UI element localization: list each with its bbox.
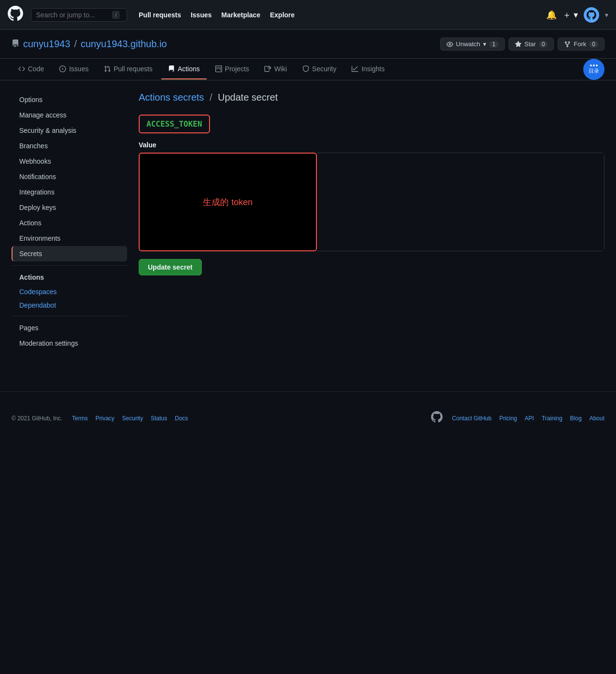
- sidebar-actions-header: Actions: [12, 270, 127, 285]
- footer-copyright: © 2021 GitHub, Inc.: [12, 415, 63, 422]
- fork-label: Fork: [574, 40, 586, 48]
- sidebar-divider-1: [12, 265, 127, 266]
- sidebar-item-options[interactable]: Options: [12, 92, 127, 107]
- footer-link-about[interactable]: About: [590, 415, 604, 422]
- repo-actions: Unwatch ▾ 1 Star 0 Fork 0: [440, 38, 604, 51]
- sidebar-item-moderation[interactable]: Moderation settings: [12, 336, 127, 351]
- star-label: Star: [524, 40, 536, 48]
- toc-button[interactable]: 目录: [583, 59, 604, 80]
- sidebar-item-pages[interactable]: Pages: [12, 320, 127, 336]
- unwatch-button[interactable]: Unwatch ▾ 1: [440, 38, 505, 51]
- breadcrumb-link[interactable]: Actions secrets: [139, 92, 204, 103]
- toc-dots: [590, 65, 598, 66]
- sidebar-item-manage-access[interactable]: Manage access: [12, 107, 127, 123]
- tab-security[interactable]: Security: [296, 59, 343, 79]
- tab-code[interactable]: Code: [12, 59, 51, 79]
- footer-link-status[interactable]: Status: [151, 415, 167, 422]
- star-count: 0: [539, 41, 548, 48]
- footer-link-contact[interactable]: Contact GitHub: [452, 415, 492, 422]
- footer-link-training[interactable]: Training: [542, 415, 563, 422]
- footer-inner: © 2021 GitHub, Inc. Terms Privacy Securi…: [12, 411, 604, 425]
- breadcrumb-sep: /: [210, 92, 212, 103]
- footer-link-api[interactable]: API: [524, 415, 534, 422]
- field-label: Value: [139, 141, 604, 149]
- sidebar-divider-2: [12, 316, 127, 316]
- sidebar-item-environments[interactable]: Environments: [12, 231, 127, 246]
- repo-owner-link[interactable]: cunyu1943: [23, 39, 70, 50]
- tab-wiki[interactable]: Wiki: [258, 59, 293, 79]
- footer-left-links: Terms Privacy Security Status Docs: [72, 415, 188, 422]
- unwatch-label: Unwatch: [456, 40, 481, 48]
- sidebar-item-integrations[interactable]: Integrations: [12, 184, 127, 200]
- value-normal-section: [317, 153, 604, 251]
- breadcrumb-current: Update secret: [218, 92, 278, 103]
- footer-link-docs[interactable]: Docs: [175, 415, 188, 422]
- repo-sep: /: [74, 39, 77, 50]
- footer-link-terms[interactable]: Terms: [72, 415, 88, 422]
- sidebar-item-actions[interactable]: Actions: [12, 215, 127, 231]
- sidebar-item-secrets[interactable]: Secrets: [12, 246, 127, 261]
- search-input[interactable]: [36, 11, 108, 19]
- sidebar-item-branches[interactable]: Branches: [12, 138, 127, 154]
- search-bar[interactable]: /: [31, 8, 127, 22]
- nav-explore[interactable]: Explore: [270, 11, 294, 19]
- repo-tabs: Code Issues Pull requests Actions Projec…: [0, 59, 616, 80]
- footer-logo: [431, 411, 443, 425]
- create-button[interactable]: ＋ ▾: [563, 9, 578, 21]
- content: Actions secrets / Update secret ACCESS_T…: [139, 92, 604, 351]
- footer-link-blog[interactable]: Blog: [570, 415, 582, 422]
- avatar-dropdown-icon[interactable]: ▾: [605, 11, 608, 19]
- nav-pull-requests[interactable]: Pull requests: [139, 11, 181, 19]
- secret-name: ACCESS_TOKEN: [146, 119, 202, 129]
- value-highlight-section: 生成的 token: [139, 153, 317, 251]
- header: / Pull requests Issues Marketplace Explo…: [0, 0, 616, 30]
- repo-header: cunyu1943 / cunyu1943.github.io Unwatch …: [0, 30, 616, 59]
- unwatch-count: 1: [489, 41, 498, 48]
- tab-projects[interactable]: Projects: [209, 59, 256, 79]
- footer-right-links: Contact GitHub Pricing API Training Blog…: [452, 415, 604, 422]
- value-area: 生成的 token: [139, 153, 604, 251]
- main-layout: Options Manage access Security & analysi…: [0, 80, 616, 363]
- repo-icon: [12, 39, 19, 49]
- avatar[interactable]: [584, 7, 599, 23]
- sidebar-item-security-analysis[interactable]: Security & analysis: [12, 123, 127, 138]
- sidebar-item-webhooks[interactable]: Webhooks: [12, 154, 127, 169]
- notifications-button[interactable]: 🔔: [546, 10, 557, 20]
- toc-label: 目录: [589, 67, 599, 75]
- footer-link-privacy[interactable]: Privacy: [95, 415, 114, 422]
- secret-name-box: ACCESS_TOKEN: [139, 115, 210, 133]
- sidebar-dependabot-link[interactable]: Dependabot: [12, 298, 127, 312]
- footer-link-pricing[interactable]: Pricing: [499, 415, 517, 422]
- fork-count: 0: [589, 41, 598, 48]
- update-secret-button[interactable]: Update secret: [139, 259, 202, 275]
- github-logo-icon[interactable]: [8, 6, 23, 24]
- nav-marketplace[interactable]: Marketplace: [222, 11, 261, 19]
- footer-link-security[interactable]: Security: [122, 415, 143, 422]
- header-nav: Pull requests Issues Marketplace Explore: [139, 11, 295, 19]
- repo-name-link[interactable]: cunyu1943.github.io: [80, 39, 167, 50]
- nav-issues[interactable]: Issues: [191, 11, 212, 19]
- breadcrumb: Actions secrets / Update secret: [139, 92, 604, 103]
- value-textarea-extra[interactable]: [317, 153, 604, 251]
- fork-button[interactable]: Fork 0: [558, 38, 604, 51]
- tab-actions[interactable]: Actions: [161, 59, 207, 79]
- sidebar-codespaces-link[interactable]: Codespaces: [12, 285, 127, 298]
- star-button[interactable]: Star 0: [509, 38, 554, 51]
- sidebar-item-notifications[interactable]: Notifications: [12, 169, 127, 184]
- tab-pull-requests[interactable]: Pull requests: [97, 59, 159, 79]
- search-shortcut: /: [112, 11, 119, 19]
- tab-issues[interactable]: Issues: [52, 59, 95, 79]
- footer: © 2021 GitHub, Inc. Terms Privacy Securi…: [0, 391, 616, 435]
- header-actions: 🔔 ＋ ▾ ▾: [546, 7, 608, 23]
- token-placeholder: 生成的 token: [203, 196, 252, 208]
- repo-title: cunyu1943 / cunyu1943.github.io: [12, 39, 167, 50]
- sidebar-item-deploy-keys[interactable]: Deploy keys: [12, 200, 127, 215]
- sidebar: Options Manage access Security & analysi…: [12, 92, 127, 351]
- tab-insights[interactable]: Insights: [345, 59, 391, 79]
